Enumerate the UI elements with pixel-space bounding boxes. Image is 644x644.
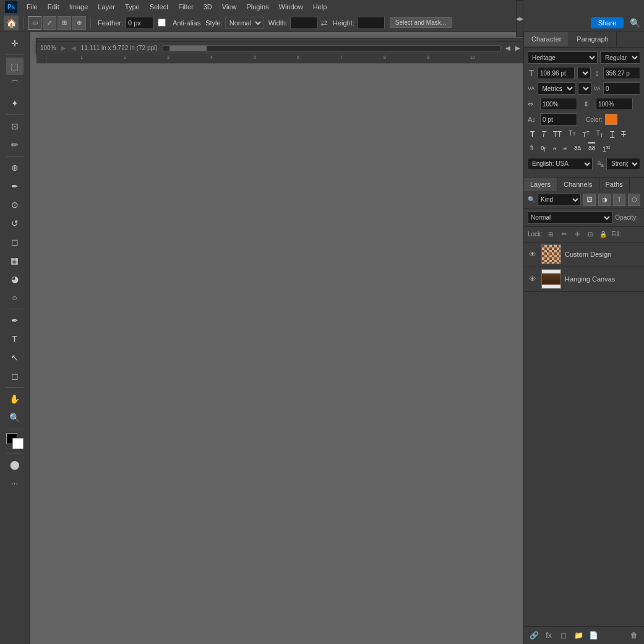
- subscript-btn[interactable]: TT: [594, 129, 606, 140]
- filter-type-btn[interactable]: T: [613, 194, 625, 206]
- blend-mode-select[interactable]: Normal: [528, 212, 612, 224]
- tab-paragraph[interactable]: Paragraph: [569, 32, 616, 47]
- lock-all-btn[interactable]: 🔒: [598, 229, 608, 240]
- healing-tool[interactable]: ⊕: [6, 159, 24, 176]
- menu-edit[interactable]: Edit: [43, 2, 64, 12]
- anti-alias-checkbox[interactable]: [158, 19, 166, 27]
- text-tool[interactable]: T: [6, 330, 24, 348]
- lock-position-btn[interactable]: ✛: [572, 229, 582, 240]
- filter-pixel-btn[interactable]: 🖼: [583, 194, 596, 206]
- blur-tool[interactable]: ◕: [6, 270, 24, 288]
- scroll-arrow-right[interactable]: ▶: [515, 45, 520, 51]
- search-glyph-icon[interactable]: aa: [598, 160, 604, 168]
- height-input[interactable]: [357, 17, 385, 29]
- width-input[interactable]: [290, 17, 318, 29]
- tab-layers[interactable]: Layers: [524, 178, 557, 191]
- ligatures-btn[interactable]: fi: [528, 143, 536, 154]
- language-select[interactable]: English: USA: [528, 158, 593, 170]
- kerning-unit[interactable]: ▾: [578, 82, 591, 95]
- share-button[interactable]: Share: [591, 17, 624, 28]
- scroll-arrow-left[interactable]: ◀: [505, 45, 510, 51]
- superscript-btn[interactable]: TT: [580, 129, 592, 140]
- menu-view[interactable]: View: [218, 2, 241, 12]
- ordinal-btn[interactable]: 1st: [600, 143, 612, 154]
- menu-select[interactable]: Select: [145, 2, 173, 12]
- lock-transparent-btn[interactable]: ⊞: [546, 229, 556, 240]
- menu-image[interactable]: Image: [65, 2, 93, 12]
- discretionary-btn[interactable]: aa: [572, 143, 583, 154]
- search-icon[interactable]: 🔍: [630, 18, 640, 28]
- underline-btn[interactable]: T: [608, 129, 617, 140]
- filter-adjustment-btn[interactable]: ◑: [598, 194, 611, 206]
- menu-help[interactable]: Help: [309, 2, 332, 12]
- italic-btn[interactable]: T: [539, 129, 548, 140]
- eraser-tool[interactable]: ◻: [6, 233, 24, 251]
- zoom-tool[interactable]: 🔍: [6, 409, 24, 426]
- leading-input[interactable]: [603, 67, 640, 79]
- old-style-btn[interactable]: of: [538, 143, 548, 154]
- marquee-tool[interactable]: ⬚: [6, 58, 24, 75]
- tab-channels[interactable]: Channels: [557, 178, 599, 191]
- menu-type[interactable]: Type: [121, 2, 144, 12]
- menu-layer[interactable]: Layer: [93, 2, 119, 12]
- background-color[interactable]: [12, 438, 24, 449]
- swash-btn[interactable]: 𝓊: [551, 143, 559, 154]
- tab-paths[interactable]: Paths: [599, 178, 630, 191]
- style-select[interactable]: Normal: [225, 17, 264, 29]
- tracking-input[interactable]: [603, 82, 640, 95]
- swap-icon[interactable]: ⇄: [320, 18, 328, 28]
- eyedropper-tool[interactable]: ✏: [6, 136, 24, 153]
- font-size-input[interactable]: [538, 67, 575, 79]
- link-layers-btn[interactable]: 🔗: [528, 629, 540, 642]
- layer-visibility-hanging-canvas[interactable]: 👁: [528, 274, 538, 284]
- marquee-resize-btn[interactable]: ⤢: [43, 16, 56, 30]
- stamp-tool[interactable]: ⊙: [6, 196, 24, 213]
- new-group-btn[interactable]: 📁: [572, 629, 585, 642]
- kerning-select[interactable]: Metrics: [538, 82, 575, 95]
- feather-input[interactable]: [126, 17, 153, 29]
- new-layer-btn[interactable]: 📄: [587, 629, 599, 642]
- add-style-btn[interactable]: fx: [543, 629, 555, 642]
- allcaps-btn[interactable]: TT: [551, 129, 565, 140]
- magic-wand-tool[interactable]: ✦: [6, 95, 24, 112]
- gradient-tool[interactable]: ▦: [6, 252, 24, 269]
- color-box[interactable]: [6, 433, 24, 449]
- lock-paint-btn[interactable]: ✏: [559, 229, 569, 240]
- horizontal-scrollbar[interactable]: [163, 45, 500, 51]
- scrollbar-thumb[interactable]: [170, 46, 207, 51]
- shape-tool[interactable]: ◻: [6, 367, 24, 385]
- filter-shape-btn[interactable]: ⬡: [628, 194, 640, 206]
- text-color-swatch[interactable]: [605, 114, 617, 125]
- menu-window[interactable]: Window: [275, 2, 307, 12]
- baseline-input[interactable]: [540, 113, 577, 126]
- font-style-select[interactable]: Regular: [600, 51, 640, 64]
- panel-collapse-btn[interactable]: ◀▶: [516, 0, 523, 37]
- strikethrough-btn[interactable]: T: [619, 129, 628, 140]
- quick-mask-btn[interactable]: ⬤: [6, 456, 24, 473]
- select-mask-button[interactable]: Select and Mask...: [390, 17, 452, 28]
- font-size-unit[interactable]: ▾: [577, 67, 591, 79]
- lock-artboard-btn[interactable]: ⊡: [585, 229, 595, 240]
- menu-filter[interactable]: Filter: [174, 2, 197, 12]
- crop-tool[interactable]: ⊡: [6, 118, 24, 135]
- marquee-rect-btn[interactable]: ▭: [28, 16, 41, 30]
- dodge-tool[interactable]: ○: [6, 289, 24, 306]
- smallcaps-btn[interactable]: TT: [566, 129, 578, 140]
- scale-h-input[interactable]: [540, 98, 577, 110]
- menu-3d[interactable]: 3D: [199, 2, 217, 12]
- delete-layer-btn[interactable]: 🗑: [628, 629, 640, 642]
- anti-alias-select[interactable]: Strong: [606, 158, 640, 170]
- lasso-tool[interactable]: ⌒: [6, 76, 24, 93]
- extra-tools-btn[interactable]: ···: [6, 474, 24, 492]
- font-family-select[interactable]: Heritage: [528, 51, 598, 64]
- move-tool[interactable]: ✛: [6, 35, 24, 52]
- layer-item-custom-design[interactable]: 👁 Cd Custom Design: [524, 243, 644, 267]
- scale-v-input[interactable]: [596, 98, 633, 110]
- brush-tool[interactable]: ✒: [6, 178, 24, 195]
- tab-character[interactable]: Character: [524, 32, 569, 47]
- contextual-btn[interactable]: 𝒶: [561, 143, 569, 154]
- history-brush[interactable]: ↺: [6, 215, 24, 232]
- path-select-tool[interactable]: ↖: [6, 349, 24, 366]
- home-button[interactable]: 🏠: [4, 15, 19, 30]
- pen-tool[interactable]: ✒: [6, 312, 24, 329]
